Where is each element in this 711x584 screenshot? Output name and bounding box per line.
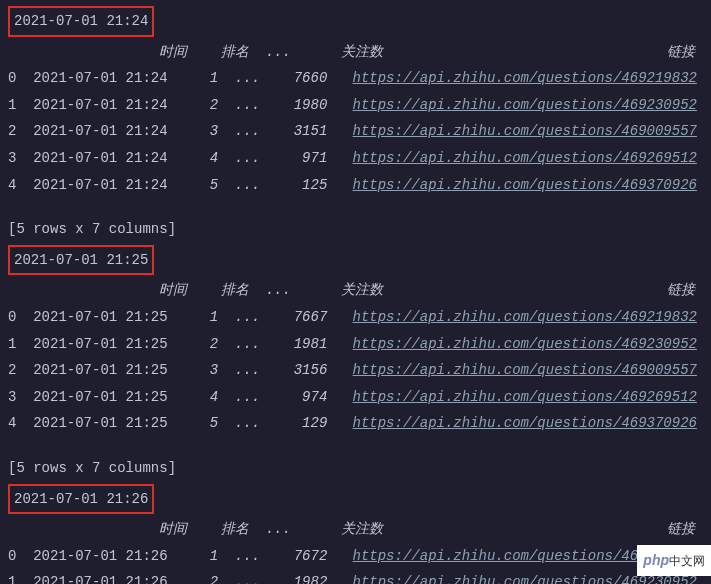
question-link[interactable]: https://api.zhihu.com/questions/46923095… (353, 336, 697, 352)
table-row: 4 2021-07-01 21:24 5 ... 125 https://api… (8, 172, 703, 199)
table-row: 1 2021-07-01 21:24 2 ... 1980 https://ap… (8, 92, 703, 119)
timestamp-highlight: 2021-07-01 21:26 (8, 484, 154, 515)
header-link: 链接 (667, 516, 695, 543)
table-header: 时间 排名 ... 关注数链接 (8, 39, 703, 66)
output-block: [5 rows x 7 columns]2021-07-01 21:26 时间 … (8, 455, 703, 584)
output-block: [5 rows x 7 columns]2021-07-01 21:25 时间 … (8, 216, 703, 437)
question-link[interactable]: https://api.zhihu.com/questions/46937092… (353, 415, 697, 431)
question-link[interactable]: https://api.zhihu.com/questions/46921983… (353, 70, 697, 86)
rows-summary: [5 rows x 7 columns] (8, 216, 703, 243)
table-row: 2 2021-07-01 21:24 3 ... 3151 https://ap… (8, 118, 703, 145)
output-block: 2021-07-01 21:24 时间 排名 ... 关注数链接0 2021-0… (8, 4, 703, 198)
question-link[interactable]: https://api.zhihu.com/questions/46937092… (353, 177, 697, 193)
table-row: 2 2021-07-01 21:25 3 ... 3156 https://ap… (8, 357, 703, 384)
table-row: 0 2021-07-01 21:24 1 ... 7660 https://ap… (8, 65, 703, 92)
question-link[interactable]: https://api.zhihu.com/questions/46926951… (353, 150, 697, 166)
rows-summary: [5 rows x 7 columns] (8, 455, 703, 482)
table-header: 时间 排名 ... 关注数链接 (8, 516, 703, 543)
question-link[interactable]: https://api.zhihu.com/questions/46900955… (353, 123, 697, 139)
table-row: 4 2021-07-01 21:25 5 ... 129 https://api… (8, 410, 703, 437)
header-link: 链接 (667, 277, 695, 304)
question-link[interactable]: https://api.zhihu.com/questions/46926951… (353, 389, 697, 405)
question-link[interactable]: https://api.zhihu.com/questions/46921983… (353, 309, 697, 325)
table-row: 0 2021-07-01 21:25 1 ... 7667 https://ap… (8, 304, 703, 331)
watermark-cn: 中文网 (669, 554, 705, 568)
watermark: php中文网 (637, 545, 711, 576)
timestamp-highlight: 2021-07-01 21:25 (8, 245, 154, 276)
question-link[interactable]: https://api.zhihu.com/questions/46923095… (353, 97, 697, 113)
table-row: 3 2021-07-01 21:25 4 ... 974 https://api… (8, 384, 703, 411)
timestamp-highlight: 2021-07-01 21:24 (8, 6, 154, 37)
table-row: 3 2021-07-01 21:24 4 ... 971 https://api… (8, 145, 703, 172)
table-row: 0 2021-07-01 21:26 1 ... 7672 https://ap… (8, 543, 703, 570)
question-link[interactable]: https://api.zhihu.com/questions/46900955… (353, 362, 697, 378)
header-link: 链接 (667, 39, 695, 66)
table-row: 1 2021-07-01 21:25 2 ... 1981 https://ap… (8, 331, 703, 358)
table-row: 1 2021-07-01 21:26 2 ... 1982 https://ap… (8, 569, 703, 584)
watermark-php: php (643, 552, 669, 568)
table-header: 时间 排名 ... 关注数链接 (8, 277, 703, 304)
